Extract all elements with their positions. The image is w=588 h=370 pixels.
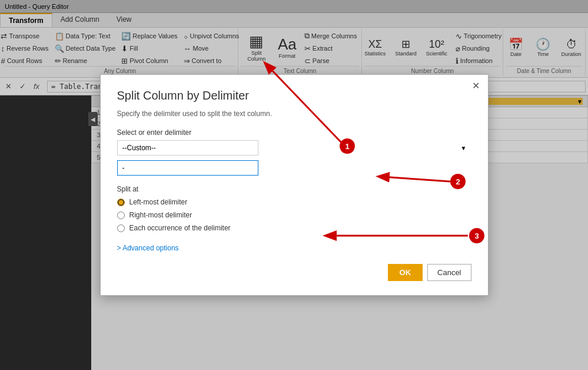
modal-footer: OK Cancel bbox=[117, 264, 471, 281]
split-column-modal: ✕ Split Column by Delimiter Specify the … bbox=[100, 74, 489, 296]
radio-each-label: Each occurrence of the delimiter bbox=[129, 224, 231, 232]
modal-close-btn[interactable]: ✕ bbox=[470, 80, 482, 91]
modal-overlay: ✕ Split Column by Delimiter Specify the … bbox=[0, 0, 588, 370]
split-radio-group: Left-most delimiter Right-most delimiter… bbox=[117, 198, 471, 232]
cancel-button[interactable]: Cancel bbox=[427, 264, 471, 281]
ok-button[interactable]: OK bbox=[388, 264, 423, 281]
delimiter-select-wrap: --Custom-- Colon Comma Equals Sign Semic… bbox=[117, 140, 471, 156]
radio-leftmost-label: Left-most delimiter bbox=[129, 198, 188, 206]
radio-leftmost[interactable]: Left-most delimiter bbox=[117, 198, 471, 206]
radio-rightmost[interactable]: Right-most delimiter bbox=[117, 211, 471, 219]
delimiter-select[interactable]: --Custom-- Colon Comma Equals Sign Semic… bbox=[117, 140, 258, 156]
split-at-label: Split at bbox=[117, 185, 471, 193]
radio-rightmost-input[interactable] bbox=[117, 212, 125, 219]
select-arrow-icon: ▼ bbox=[461, 145, 467, 151]
radio-each[interactable]: Each occurrence of the delimiter bbox=[117, 224, 471, 232]
radio-each-input[interactable] bbox=[117, 224, 125, 232]
modal-subtitle: Specify the delimiter used to split the … bbox=[117, 110, 471, 118]
advanced-options-toggle[interactable]: > Advanced options bbox=[117, 244, 471, 252]
modal-title: Split Column by Delimiter bbox=[117, 89, 471, 103]
delimiter-label: Select or enter delimiter bbox=[117, 128, 471, 137]
custom-delimiter-input[interactable] bbox=[117, 160, 258, 176]
radio-rightmost-label: Right-most delimiter bbox=[129, 211, 192, 219]
radio-leftmost-input[interactable] bbox=[117, 199, 125, 206]
